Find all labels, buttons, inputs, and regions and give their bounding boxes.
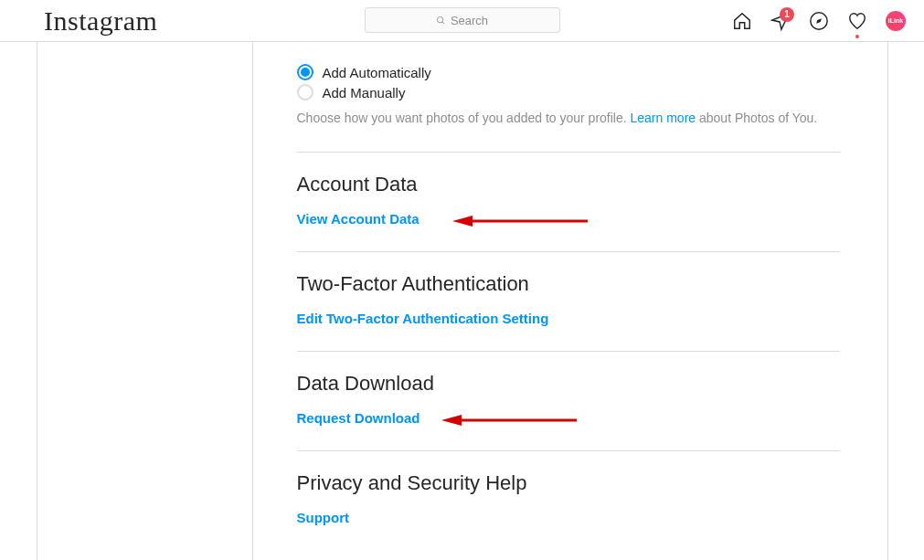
notification-badge: 1 — [780, 7, 794, 22]
radio-label: Add Manually — [323, 85, 406, 100]
radio-label: Add Automatically — [323, 65, 431, 80]
action-row: Request Download — [297, 410, 840, 427]
annotation-arrow-icon — [452, 213, 589, 229]
radio-icon-unchecked — [297, 84, 313, 100]
photos-help-text: Choose how you want photos of you added … — [297, 110, 840, 128]
view-account-data-link[interactable]: View Account Data — [297, 211, 420, 227]
help-post: about Photos of You. — [696, 111, 817, 125]
section-title-account-data: Account Data — [297, 173, 840, 196]
learn-more-link[interactable]: Learn more — [631, 111, 696, 125]
search-wrapper: Search — [365, 7, 560, 33]
page-body: Add Automatically Add Manually Choose ho… — [0, 42, 924, 560]
divider — [297, 152, 840, 153]
svg-marker-7 — [441, 415, 462, 426]
edit-two-factor-link[interactable]: Edit Two-Factor Authentication Setting — [297, 311, 549, 326]
svg-marker-3 — [816, 18, 822, 24]
action-row: View Account Data — [297, 211, 840, 227]
svg-line-1 — [442, 21, 444, 23]
radio-add-automatically[interactable]: Add Automatically — [297, 64, 840, 80]
section-title-data-download: Data Download — [297, 372, 840, 396]
nav-icons: 1 iLink — [732, 11, 906, 31]
divider — [297, 251, 840, 252]
svg-point-0 — [437, 16, 442, 22]
avatar-label: iLink — [888, 17, 903, 24]
request-download-link[interactable]: Request Download — [297, 410, 420, 426]
section-title-privacy-help: Privacy and Security Help — [297, 471, 840, 495]
instagram-logo[interactable]: Instagram — [44, 5, 157, 37]
divider — [297, 450, 840, 451]
messages-icon[interactable]: 1 — [770, 11, 791, 31]
top-nav-bar: Instagram Search 1 iLink — [0, 0, 924, 42]
radio-icon-checked — [297, 64, 313, 80]
profile-avatar[interactable]: iLink — [886, 11, 906, 31]
svg-marker-5 — [452, 216, 473, 227]
settings-sidebar — [37, 42, 253, 560]
home-icon[interactable] — [732, 11, 752, 31]
radio-add-manually[interactable]: Add Manually — [297, 84, 840, 100]
support-link[interactable]: Support — [297, 510, 350, 525]
annotation-arrow-icon — [441, 412, 579, 428]
help-pre: Choose how you want photos of you added … — [297, 111, 631, 125]
settings-main: Add Automatically Add Manually Choose ho… — [253, 42, 887, 560]
section-title-two-factor: Two-Factor Authentication — [297, 272, 840, 296]
settings-container: Add Automatically Add Manually Choose ho… — [37, 42, 888, 560]
activity-icon[interactable] — [847, 11, 867, 31]
explore-icon[interactable] — [809, 11, 829, 31]
search-placeholder: Search — [451, 14, 488, 27]
search-input[interactable]: Search — [365, 7, 560, 33]
divider — [297, 351, 840, 352]
search-icon — [436, 16, 446, 26]
activity-dot-indicator — [855, 35, 859, 38]
